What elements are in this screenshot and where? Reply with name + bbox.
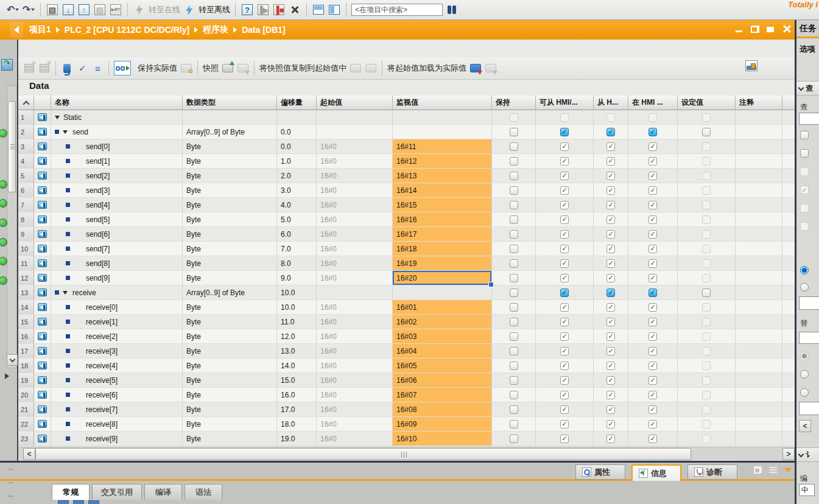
checkbox-hmi-accessible[interactable] [536, 432, 594, 446]
checkbox-hmi-accessible[interactable] [536, 169, 594, 183]
checkbox-keep[interactable] [492, 212, 536, 227]
checkbox-hmi-writable-box[interactable] [606, 435, 615, 443]
checkbox-hmi-visible[interactable] [628, 402, 678, 417]
checkbox-keep[interactable] [492, 344, 536, 359]
cell-start-value[interactable]: 16#0 [317, 256, 393, 271]
breadcrumb-item[interactable]: PLC_2 [CPU 1212C DC/DC/Rly] [65, 25, 189, 35]
snapshot-up-button[interactable] [222, 62, 234, 74]
checkbox-hmi-accessible-box[interactable] [560, 318, 569, 326]
checkbox-keep[interactable] [492, 417, 536, 432]
checkbox-keep[interactable] [492, 242, 536, 256]
cell-data-type[interactable]: Byte [183, 212, 277, 227]
cell-comment[interactable] [736, 373, 782, 388]
checkbox-keep[interactable] [492, 256, 536, 271]
checkbox-hmi-writable[interactable] [594, 432, 628, 446]
checkbox-hmi-accessible-box[interactable] [560, 362, 569, 370]
checkbox-hmi-visible[interactable] [628, 125, 678, 139]
find-option-checkbox[interactable] [800, 149, 809, 158]
download-to-device-button[interactable]: ↓ [62, 3, 75, 16]
checkbox-keep[interactable] [492, 198, 536, 212]
checkbox-hmi-accessible-box[interactable] [560, 303, 569, 312]
cell-comment[interactable] [736, 227, 782, 242]
upload-from-device-button[interactable]: ↑ [77, 3, 91, 16]
stop-cpu-button[interactable]: ▐■ [272, 3, 286, 16]
checkbox-hmi-writable-box[interactable] [606, 186, 615, 195]
cell-monitor-value[interactable]: 16#13 [393, 169, 492, 183]
checkbox-keep-box[interactable] [510, 201, 518, 209]
cell-data-type[interactable] [183, 110, 277, 125]
tab-diagnostics[interactable]: 诊断 [687, 464, 737, 480]
cell-monitor-value[interactable] [393, 285, 492, 300]
cell-data-type[interactable]: Byte [183, 359, 277, 373]
cell-data-type[interactable]: Byte [183, 432, 277, 446]
checkbox-hmi-visible[interactable] [628, 285, 678, 300]
checkbox-hmi-accessible-box[interactable] [560, 405, 569, 414]
checkbox-hmi-accessible[interactable] [536, 242, 594, 256]
cell-data-type[interactable]: Byte [183, 329, 277, 344]
go-offline-label[interactable]: 转至离线 [199, 4, 230, 15]
cell-start-value[interactable]: 16#0 [317, 139, 393, 154]
checkbox-keep[interactable] [492, 315, 536, 329]
expand-all-button[interactable]: ≡ [91, 62, 104, 74]
checkbox-hmi-accessible-box[interactable] [560, 186, 569, 195]
cell-monitor-value[interactable]: 16#04 [393, 344, 492, 359]
checkbox-keep-box[interactable] [510, 303, 518, 312]
cell-start-value[interactable]: 16#0 [317, 373, 393, 388]
checkbox-hmi-writable[interactable] [594, 271, 628, 285]
horizontal-scrollbar[interactable]: < > [18, 447, 795, 460]
checkbox-hmi-accessible-box[interactable] [560, 215, 569, 224]
checkbox-keep-box[interactable] [510, 157, 518, 166]
find-replace-section[interactable]: 查 [796, 81, 819, 96]
cell-monitor-value[interactable]: 16#02 [393, 315, 492, 329]
tab-compile[interactable]: 编译 [144, 484, 182, 500]
cell-data-type[interactable]: Byte [183, 198, 277, 212]
checkbox-hmi-accessible[interactable] [536, 300, 594, 315]
collapse-left-button[interactable] [10, 22, 23, 38]
options-label[interactable]: 选项 [800, 44, 815, 55]
cell-start-value[interactable]: 16#0 [317, 344, 393, 359]
checkbox-hmi-accessible-box[interactable] [560, 245, 569, 253]
checkbox-keep-box[interactable] [510, 274, 518, 282]
keep-actual-values-button[interactable]: 保持实际值 [138, 63, 177, 74]
checkbox-keep[interactable] [492, 139, 536, 154]
checkbox-hmi-accessible[interactable] [536, 285, 594, 300]
left-scroll-down-button[interactable] [7, 354, 18, 366]
checkbox-hmi-writable-box[interactable] [606, 172, 615, 180]
cell-data-type[interactable]: Byte [183, 169, 277, 183]
checkbox-keep-box[interactable] [510, 186, 518, 195]
checkbox-setpoint-box[interactable] [702, 128, 711, 136]
checkbox-hmi-accessible-box[interactable] [560, 142, 569, 151]
checkbox-keep[interactable] [492, 402, 536, 417]
checkbox-hmi-writable[interactable] [594, 256, 628, 271]
cell-monitor-value[interactable]: 16#18 [393, 242, 492, 256]
float-button[interactable] [751, 26, 759, 33]
cell-monitor-value[interactable]: 16#17 [393, 227, 492, 242]
checkbox-keep-box[interactable] [510, 318, 518, 326]
checkbox-hmi-accessible[interactable] [536, 183, 594, 198]
insert-row-button[interactable] [23, 62, 35, 74]
go-online-label[interactable]: 转至在线 [149, 4, 180, 15]
checkbox-hmi-visible-box[interactable] [649, 201, 657, 209]
checkbox-hmi-writable[interactable] [594, 212, 628, 227]
cross-reference-button[interactable] [288, 3, 301, 16]
checkbox-keep-box[interactable] [510, 332, 518, 341]
checkbox-hmi-accessible[interactable] [536, 198, 594, 212]
checkbox-keep-box[interactable] [510, 289, 518, 297]
checkbox-hmi-visible-box[interactable] [649, 172, 657, 180]
checkbox-hmi-visible[interactable] [628, 271, 678, 285]
checkbox-hmi-visible[interactable] [628, 388, 678, 402]
scroll-top-button[interactable] [18, 96, 34, 110]
tab-cross-references[interactable]: 交叉引用 [92, 484, 142, 500]
left-scrollbar-track[interactable] [7, 85, 17, 368]
checkbox-keep-box[interactable] [510, 391, 518, 399]
checkbox-hmi-visible[interactable] [628, 315, 678, 329]
checkbox-hmi-writable[interactable] [594, 300, 628, 315]
checkbox-hmi-writable[interactable] [594, 227, 628, 242]
cell-monitor-value[interactable]: 16#19 [393, 256, 492, 271]
cell-comment[interactable] [736, 300, 782, 315]
checkbox-hmi-visible-box[interactable] [649, 230, 657, 239]
checkbox-keep-box[interactable] [510, 172, 518, 180]
cell-start-value[interactable] [317, 285, 393, 300]
snapshot-down-button[interactable] [237, 62, 249, 74]
checkbox-hmi-accessible-box[interactable] [560, 435, 569, 443]
